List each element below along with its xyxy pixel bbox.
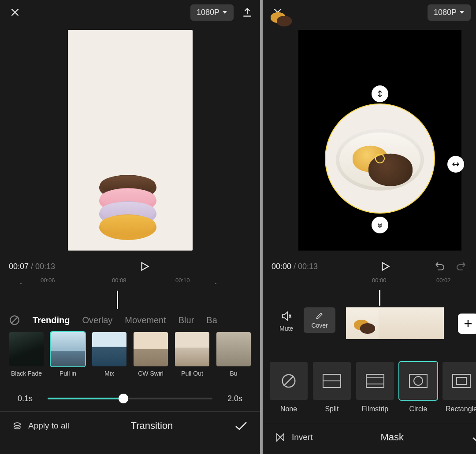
svg-point-6 xyxy=(414,376,423,385)
duration: 00:13 xyxy=(298,262,318,271)
resolution-dropdown[interactable]: 1080P xyxy=(428,4,471,21)
tab-trending[interactable]: Trending xyxy=(33,315,70,325)
thumb-pull-out[interactable]: Pull Out xyxy=(175,332,210,385)
preview-area xyxy=(263,25,476,255)
playhead[interactable] xyxy=(117,291,118,309)
mute-button[interactable]: Mute xyxy=(279,310,293,332)
bottom-bar: Apply to all Transition xyxy=(0,411,260,439)
playhead[interactable] xyxy=(379,290,380,306)
tab-blur[interactable]: Blur xyxy=(178,315,194,325)
resolution-label: 1080P xyxy=(434,8,457,17)
confirm-button[interactable] xyxy=(234,421,248,431)
mask-center-handle[interactable] xyxy=(375,154,385,163)
timeline-ruler[interactable]: 00:06 00:08 00:10 xyxy=(0,277,260,309)
mask-filmstrip[interactable]: Filmstrip xyxy=(356,362,394,423)
svg-rect-7 xyxy=(453,374,470,388)
export-button[interactable] xyxy=(242,7,253,18)
close-button[interactable] xyxy=(7,4,23,20)
timeline-ruler[interactable]: 00:00 00:02 xyxy=(263,277,476,306)
current-time: 00:07 xyxy=(9,262,29,271)
panel-title: Transition xyxy=(69,420,234,432)
top-bar: 1080P xyxy=(263,0,476,25)
thumb-cw-swirl[interactable]: CW Swirl xyxy=(133,332,168,385)
playback-controls: 00:00 / 00:13 xyxy=(263,255,476,277)
invert-button[interactable]: Invert xyxy=(275,432,313,443)
playback-controls: 00:07 / 00:13 xyxy=(0,255,260,277)
slider-max: 2.0s xyxy=(220,394,242,403)
redo-button[interactable] xyxy=(456,261,467,272)
timeline-track: Mute Cover xyxy=(263,306,476,355)
mask-bottom-handle[interactable] xyxy=(372,217,388,233)
apply-to-all-button[interactable]: Apply to all xyxy=(12,421,69,431)
tab-movement[interactable]: Movement xyxy=(125,315,166,325)
panel-title: Mask xyxy=(313,432,472,443)
invert-icon xyxy=(275,432,286,443)
chevron-down-icon xyxy=(459,10,465,15)
duration: 00:13 xyxy=(35,262,55,271)
mask-rectangle[interactable]: Rectangle xyxy=(443,362,476,423)
preview-content xyxy=(99,175,161,240)
thumb-mix[interactable]: Mix xyxy=(92,332,127,385)
svg-rect-4 xyxy=(366,374,384,388)
category-tabs: Trending Overlay Movement Blur Ba xyxy=(0,309,260,331)
none-icon[interactable] xyxy=(9,314,20,326)
mask-split[interactable]: Split xyxy=(313,362,351,423)
current-time: 00:00 xyxy=(271,262,291,271)
resolution-dropdown[interactable]: 1080P xyxy=(190,4,234,21)
transition-thumbnails: Black Fade Pull in Mix CW Swirl Pull Out… xyxy=(0,331,260,386)
chevron-down-icon xyxy=(222,10,227,15)
mask-panel: 1080P xyxy=(263,0,476,454)
top-bar: 1080P xyxy=(0,0,260,25)
thumb-pull-in[interactable]: Pull in xyxy=(50,332,86,385)
stack-icon xyxy=(12,421,22,431)
tab-more[interactable]: Ba xyxy=(206,315,217,325)
transition-panel: 1080P 00:07 / 00:13 00:06 00 xyxy=(0,0,260,454)
play-button[interactable] xyxy=(379,261,391,272)
timecode: 00:07 / 00:13 xyxy=(9,262,55,271)
mask-right-handle[interactable] xyxy=(447,156,464,173)
clip-strip[interactable] xyxy=(346,307,444,339)
mask-options: None Split Filmstrip Circle Rectangle xyxy=(263,355,476,423)
slider-min: 0.1s xyxy=(18,394,40,403)
mask-circle[interactable]: Circle xyxy=(399,362,437,423)
thumb-black-fade[interactable]: Black Fade xyxy=(9,332,44,385)
add-clip-button[interactable] xyxy=(458,314,476,334)
speaker-icon xyxy=(280,310,293,322)
resolution-label: 1080P xyxy=(197,8,219,17)
preview-canvas[interactable] xyxy=(68,30,193,251)
preview-canvas[interactable] xyxy=(298,30,461,251)
confirm-button[interactable] xyxy=(472,432,476,443)
play-button[interactable] xyxy=(139,261,150,272)
bottom-bar: Invert Mask xyxy=(263,423,476,451)
preview-area xyxy=(0,25,260,255)
thumb-more[interactable]: Bu xyxy=(216,332,251,385)
timecode: 00:00 / 00:13 xyxy=(271,262,318,271)
mask-top-handle[interactable] xyxy=(372,85,388,102)
undo-button[interactable] xyxy=(434,261,445,272)
svg-rect-8 xyxy=(457,377,466,384)
pencil-icon xyxy=(315,311,324,320)
tab-overlay[interactable]: Overlay xyxy=(82,315,112,325)
duration-slider[interactable] xyxy=(48,398,212,399)
cover-button[interactable]: Cover xyxy=(304,307,335,333)
svg-point-1 xyxy=(14,423,21,425)
mask-shape[interactable] xyxy=(325,103,435,214)
duration-slider-row: 0.1s 2.0s xyxy=(0,386,260,411)
mask-none[interactable]: None xyxy=(270,362,308,423)
slider-handle[interactable] xyxy=(119,394,128,403)
